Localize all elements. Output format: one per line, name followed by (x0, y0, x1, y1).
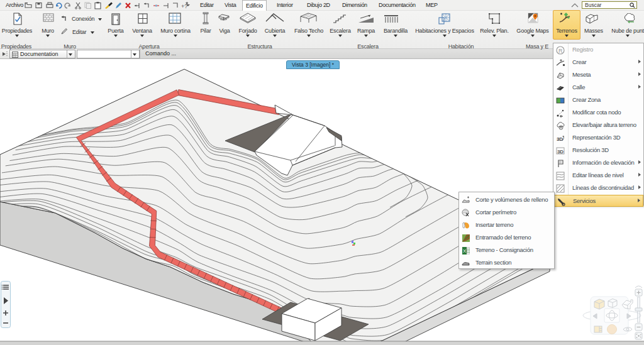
svg-text:R: R (558, 48, 563, 54)
svg-text:3D: 3D (557, 149, 564, 155)
svg-text:3D: 3D (557, 136, 563, 142)
